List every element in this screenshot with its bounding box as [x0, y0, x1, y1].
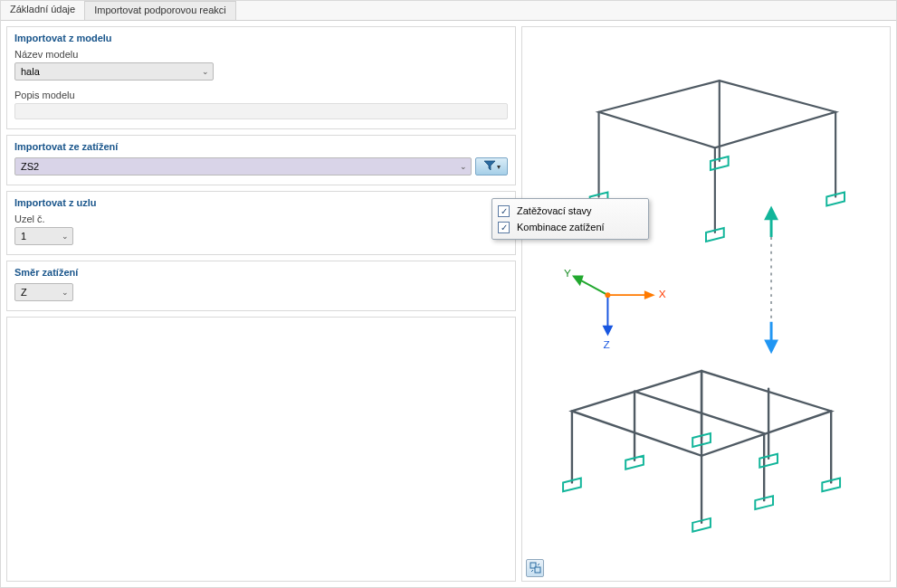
select-value: Z	[21, 287, 27, 298]
chevron-down-icon: ⌄	[460, 162, 467, 171]
checkbox-icon: ✓	[498, 222, 510, 233]
group-import-load: Importovat ze zatížení ZS2 ⌄ ▾	[6, 135, 516, 185]
popup-option-load-combinations[interactable]: ✓ Kombinace zatížení	[498, 219, 643, 235]
svg-marker-10	[644, 290, 655, 299]
caret-down-icon: ▾	[497, 163, 501, 171]
select-load-direction[interactable]: Z ⌄	[14, 283, 73, 301]
select-value: 1	[21, 231, 26, 242]
chevron-down-icon: ⌄	[202, 67, 209, 76]
svg-marker-8	[764, 339, 778, 354]
label-model-name: Název modelu	[14, 49, 508, 60]
viewport-tool-button[interactable]	[526, 559, 544, 577]
chevron-down-icon: ⌄	[62, 232, 69, 241]
tab-bar: Základní údaje Importovat podporovou rea…	[1, 1, 896, 21]
select-load-case[interactable]: ZS2 ⌄	[14, 157, 472, 175]
svg-line-11	[578, 279, 608, 295]
popup-option-load-cases[interactable]: ✓ Zatěžovací stavy	[498, 203, 643, 219]
group-import-node: Importovat z uzlu Uzel č. 1 ⌄	[6, 191, 516, 255]
svg-point-15	[605, 292, 610, 298]
group-title: Importovat z uzlu	[14, 197, 508, 208]
load-filter-dropdown-button[interactable]: ▾	[475, 157, 508, 175]
svg-rect-26	[535, 567, 540, 573]
load-filter-popup: ✓ Zatěžovací stavy ✓ Kombinace zatížení	[491, 198, 649, 240]
form-panel: Importovat z modelu Název modelu hala ⌄ …	[1, 21, 521, 587]
popup-option-label: Kombinace zatížení	[517, 222, 605, 232]
group-title: Směr zatížení	[14, 267, 508, 278]
axis-y-label: Y	[564, 267, 571, 280]
checkbox-icon: ✓	[498, 205, 510, 217]
tab-import-support-reaction[interactable]: Importovat podporovou reakci	[85, 1, 236, 20]
tab-basic-data[interactable]: Základní údaje	[1, 1, 85, 20]
select-node-no[interactable]: 1 ⌄	[14, 227, 73, 245]
preview-viewport: X Y Z	[521, 26, 891, 582]
axis-x-label: X	[659, 288, 666, 300]
popup-option-label: Zatěžovací stavy	[517, 205, 592, 216]
svg-line-17	[635, 392, 764, 433]
axis-z-label: Z	[603, 338, 609, 351]
group-import-model: Importovat z modelu Název modelu hala ⌄ …	[6, 26, 516, 129]
group-title: Importovat z modelu	[14, 33, 508, 43]
svg-marker-14	[602, 326, 613, 337]
label-model-desc: Popis modelu	[14, 90, 508, 100]
chevron-down-icon: ⌄	[62, 288, 69, 297]
swap-icon	[530, 562, 541, 575]
select-model-name[interactable]: hala ⌄	[14, 62, 214, 81]
group-load-direction: Směr zatížení Z ⌄	[6, 261, 516, 311]
empty-panel	[6, 317, 516, 582]
input-model-desc[interactable]	[14, 103, 508, 119]
svg-marker-6	[764, 205, 778, 220]
group-title: Importovat ze zatížení	[14, 141, 508, 152]
label-node-no: Uzel č.	[14, 213, 508, 224]
preview-illustration: X Y Z	[522, 27, 890, 581]
filter-icon	[483, 158, 496, 175]
select-value: hala	[21, 66, 40, 77]
select-value: ZS2	[21, 161, 39, 172]
